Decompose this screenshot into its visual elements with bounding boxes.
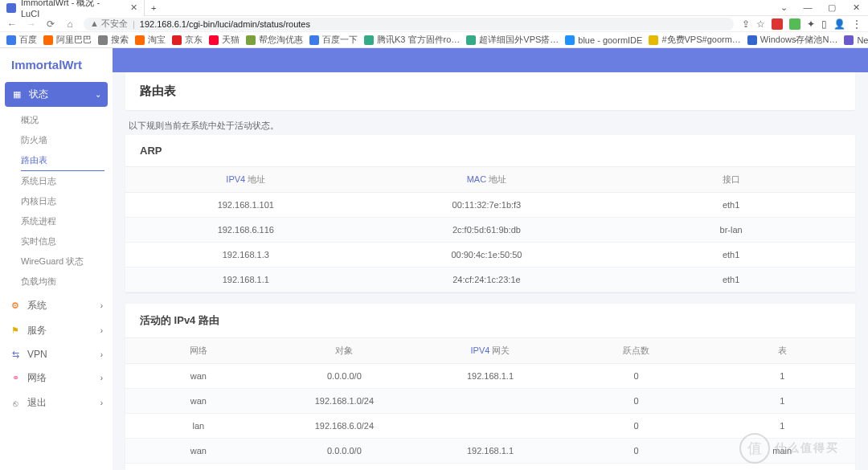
- bookmark-favicon: [209, 35, 219, 45]
- sidebar-item-label: 退出: [27, 396, 47, 410]
- bookmark-favicon: [364, 35, 374, 45]
- brand-logo[interactable]: ImmortalWrt: [0, 48, 113, 80]
- bookmark-favicon: [246, 35, 256, 45]
- bookmark-item[interactable]: 搜索: [98, 34, 129, 46]
- sidebar-item-label: 状态: [29, 88, 48, 101]
- reading-list-icon[interactable]: ▯: [821, 18, 827, 30]
- arp-h-mac-link[interactable]: MAC: [467, 174, 486, 184]
- chevron-right-icon: ›: [100, 398, 103, 407]
- ipv4-title: 活动的 IPv4 路由: [125, 304, 855, 337]
- menu-icon: ⇆: [10, 349, 21, 360]
- chevron-right-icon: ›: [100, 374, 103, 382]
- bookmark-item[interactable]: 百度: [6, 34, 37, 46]
- submenu-item[interactable]: 负载均衡: [0, 272, 113, 292]
- sidebar-item[interactable]: ⇆VPN›: [0, 343, 113, 366]
- bookmark-item[interactable]: 京东: [172, 34, 203, 46]
- ipv4-h-gw-link[interactable]: IPV4: [471, 345, 490, 355]
- star-icon[interactable]: ☆: [756, 18, 765, 30]
- bookmark-label: 腾讯K3 官方固件ro…: [377, 34, 460, 46]
- bookmark-favicon: [649, 35, 658, 45]
- sidebar-item[interactable]: ⎋退出›: [0, 390, 113, 415]
- bookmark-favicon: [172, 35, 182, 45]
- arp-table: IPV4 地址 MAC 地址 接口 192.168.1.10100:11:32:…: [125, 166, 855, 292]
- sidebar-item[interactable]: ⚙系统›: [0, 293, 113, 318]
- nav-reload-icon[interactable]: ⟳: [45, 18, 56, 30]
- sidebar-item[interactable]: ⚭网络›: [0, 366, 113, 390]
- tab-close-icon[interactable]: ✕: [130, 2, 137, 13]
- chevron-right-icon: ›: [100, 326, 103, 335]
- url-text: 192.168.6.1/cgi-bin/luci/admin/status/ro…: [140, 19, 310, 29]
- submenu-item[interactable]: 系统进程: [0, 211, 113, 231]
- extensions-icon[interactable]: ✦: [807, 18, 815, 30]
- submenu-item[interactable]: 实时信息: [0, 231, 113, 251]
- sidebar-item-status[interactable]: ▦ 状态 ⌄: [5, 82, 108, 107]
- bookmark-item[interactable]: Windows存储池N…: [747, 34, 838, 46]
- security-warn: ▲ 不安全: [90, 18, 128, 30]
- menu-icon: ⚭: [10, 373, 21, 384]
- bookmark-label: 淘宝: [148, 34, 166, 46]
- bookmark-label: 搜索: [111, 34, 129, 46]
- menu-icon: ⚙: [10, 300, 21, 312]
- bookmark-item[interactable]: 百度一下: [309, 34, 358, 46]
- addressbar-right: ⇪ ☆ ✦ ▯ 👤 ⋮: [742, 18, 862, 30]
- page-title: 路由表: [125, 72, 855, 110]
- sidebar-item-label: VPN: [27, 349, 47, 360]
- bookmark-item[interactable]: #免费VPS#goorm…: [649, 34, 740, 46]
- bookmark-label: Windows存储池N…: [760, 34, 838, 46]
- table-row: 192.168.1.10100:11:32:7e:1b:f3eth1: [125, 193, 855, 218]
- submenu-item[interactable]: 路由表: [21, 150, 104, 171]
- bookmark-favicon: [747, 35, 757, 45]
- address-box[interactable]: ▲ 不安全 | 192.168.6.1/cgi-bin/luci/admin/s…: [84, 18, 734, 31]
- bookmark-favicon: [135, 35, 145, 45]
- browser-titlebar: ImmortalWrt - 概况 - LuCI ✕ + ⌄ — ▢ ✕: [0, 0, 868, 16]
- bookmark-item[interactable]: 腾讯K3 官方固件ro…: [364, 34, 460, 46]
- bookmark-label: 天猫: [222, 34, 240, 46]
- submenu-item[interactable]: 内核日志: [0, 191, 113, 211]
- submenu-item[interactable]: 防火墙: [0, 130, 113, 150]
- nav-home-icon[interactable]: ⌂: [64, 18, 76, 30]
- extension-icon-1[interactable]: [772, 18, 783, 30]
- window-dropdown-icon[interactable]: ⌄: [772, 2, 796, 13]
- window-minimize-icon[interactable]: —: [796, 2, 820, 13]
- share-icon[interactable]: ⇪: [742, 18, 750, 30]
- bookmark-favicon: [43, 35, 53, 45]
- window-maximize-icon[interactable]: ▢: [820, 2, 844, 13]
- sidebar-item-label: 服务: [27, 324, 47, 337]
- bookmark-label: 超详细国外VPS搭…: [479, 34, 559, 46]
- extension-icon-2[interactable]: [789, 18, 800, 30]
- submenu-item[interactable]: WireGuard 状态: [0, 251, 113, 272]
- nav-back-icon[interactable]: ←: [6, 18, 18, 30]
- bookmark-label: 帮您淘优惠: [259, 34, 303, 46]
- bookmark-item[interactable]: 淘宝: [135, 34, 166, 46]
- submenu-item[interactable]: 概况: [0, 110, 113, 130]
- bookmark-item[interactable]: 阿里巴巴: [43, 34, 92, 46]
- status-icon: ▦: [11, 89, 23, 100]
- sidebar-item[interactable]: ⚑服务›: [0, 318, 113, 343]
- panel-header: 路由表: [125, 72, 855, 110]
- bookmark-label: New-VirtualDisk: [857, 35, 868, 45]
- bookmark-item[interactable]: blue - goormIDE: [565, 35, 642, 45]
- new-tab-button[interactable]: +: [145, 3, 162, 13]
- menu-icon[interactable]: ⋮: [852, 18, 862, 30]
- arp-h-ipv4-link[interactable]: IPV4: [226, 174, 245, 184]
- sidebar-menu: ▦ 状态 ⌄ 概况防火墙路由表系统日志内核日志系统进程实时信息WireGuard…: [0, 82, 113, 415]
- watermark: 值 什么值得买: [739, 431, 860, 465]
- chevron-down-icon: ⌄: [95, 90, 101, 99]
- submenu-item[interactable]: 系统日志: [0, 171, 113, 191]
- table-row: 192.168.6.1162c:f0:5d:61:9b:dbbr-lan: [125, 218, 855, 243]
- chevron-right-icon: ›: [100, 350, 103, 359]
- window-close-icon[interactable]: ✕: [844, 2, 868, 13]
- bookmark-favicon: [309, 35, 319, 45]
- bookmark-label: 京东: [185, 34, 203, 46]
- bookmark-label: 阿里巴巴: [56, 34, 92, 46]
- bookmark-item[interactable]: New-VirtualDisk: [844, 35, 868, 45]
- bookmark-item[interactable]: 超详细国外VPS搭…: [466, 34, 559, 46]
- window-buttons: ⌄ — ▢ ✕: [772, 2, 868, 13]
- ipv4-h-metric: 跃点数: [563, 338, 710, 364]
- profile-icon[interactable]: 👤: [833, 18, 845, 30]
- bookmark-item[interactable]: 天猫: [209, 34, 240, 46]
- nav-forward-icon[interactable]: →: [26, 18, 37, 30]
- bookmark-item[interactable]: 帮您淘优惠: [246, 34, 303, 46]
- browser-tab[interactable]: ImmortalWrt - 概况 - LuCI ✕: [0, 0, 145, 16]
- table-row: 192.168.1.300:90:4c:1e:50:50eth1: [125, 243, 855, 268]
